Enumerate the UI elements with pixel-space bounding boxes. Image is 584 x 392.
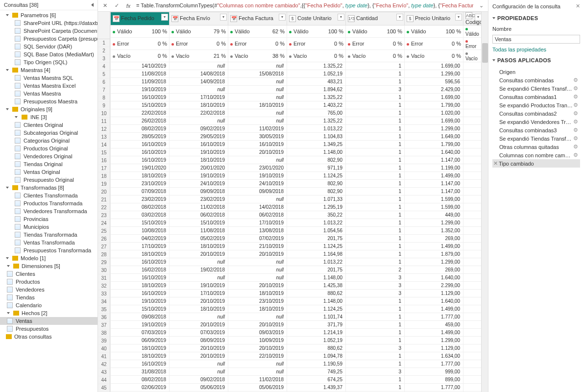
cell[interactable]: 596,56: [405, 78, 463, 86]
cell[interactable]: 1.403,22: [287, 101, 346, 109]
cell[interactable]: 18/10/2019: [111, 352, 170, 360]
row-number[interactable]: 44: [98, 376, 110, 384]
row-number[interactable]: 2: [98, 47, 110, 55]
cell[interactable]: 749,25: [287, 368, 346, 376]
row-number[interactable]: 42: [98, 361, 110, 368]
cell[interactable]: 971,19: [287, 164, 346, 172]
cell[interactable]: 16/10/2019: [170, 141, 228, 148]
query-name-input[interactable]: [492, 35, 580, 44]
cell[interactable]: 28/05/2019: [111, 133, 170, 141]
cell[interactable]: 1.148,00: [287, 297, 346, 305]
tree-group[interactable]: Dimensiones [5]: [0, 262, 97, 270]
cell[interactable]: 1: [346, 156, 405, 164]
cell[interactable]: 1.325,22: [287, 62, 346, 70]
row-number[interactable]: 38: [98, 329, 110, 337]
cell[interactable]: 18/10/2019: [111, 282, 170, 290]
cell[interactable]: 1: [346, 78, 405, 86]
row-number[interactable]: 39: [98, 337, 110, 345]
cell[interactable]: 19/10/2019: [170, 148, 228, 156]
table-row[interactable]: 04/02/201905/02/201907/02/2019201,751269…: [111, 235, 482, 243]
vertical-scrollbar[interactable]: [481, 12, 488, 392]
row-number[interactable]: 7: [98, 86, 110, 94]
tree-item[interactable]: Presupuestos: [0, 325, 97, 333]
cell[interactable]: 1: [346, 250, 405, 258]
tree-item[interactable]: Municipios: [0, 223, 97, 231]
cell[interactable]: 16/10/2019: [111, 148, 170, 156]
cell[interactable]: 19/10/2019: [111, 86, 170, 94]
tree-group[interactable]: Originales [9]: [0, 105, 97, 113]
cell[interactable]: 29/05/2019: [170, 133, 228, 141]
row-number[interactable]: 31: [98, 274, 110, 282]
cell[interactable]: 22/02/2018: [170, 109, 228, 117]
applied-step[interactable]: Otras columnas quitadas⚙: [492, 143, 580, 151]
cell[interactable]: 18/10/2019: [228, 305, 287, 313]
cell[interactable]: 23/10/2019: [228, 297, 287, 305]
tree-item[interactable]: Ventas: [0, 317, 97, 325]
cell[interactable]: 1: [346, 360, 405, 368]
applied-step[interactable]: Consultas combinadas3⚙: [492, 126, 580, 134]
cell[interactable]: 1.649,00: [405, 133, 463, 141]
tree-item[interactable]: Tiendas Original: [0, 160, 97, 168]
cell[interactable]: 23/02/2019: [111, 196, 170, 203]
cell[interactable]: 3: [346, 290, 405, 297]
cell[interactable]: 1.013,22: [287, 219, 346, 227]
cell[interactable]: 880,62: [287, 290, 346, 297]
cell[interactable]: 1.699,00: [405, 94, 463, 101]
cell[interactable]: null: [228, 109, 287, 117]
filter-dropdown-icon[interactable]: ▾: [396, 14, 403, 21]
cell[interactable]: 20/10/2019: [228, 321, 287, 329]
cell[interactable]: null: [228, 360, 287, 368]
cell[interactable]: 1.299,00: [405, 258, 463, 266]
cell[interactable]: 1: [346, 94, 405, 101]
cell[interactable]: 1.879,00: [405, 250, 463, 258]
cell[interactable]: 07/02/2019: [228, 235, 287, 243]
cell[interactable]: 18/10/2019: [111, 250, 170, 258]
cell[interactable]: 459,00: [405, 321, 463, 329]
cell[interactable]: 1.129,00: [405, 344, 463, 352]
cell[interactable]: 3: [346, 274, 405, 282]
cell[interactable]: 30/05/2019: [228, 133, 287, 141]
tree-group[interactable]: Otras consultas: [0, 333, 97, 341]
tree-item[interactable]: Clientes: [0, 270, 97, 278]
cell[interactable]: 21/10/2019: [228, 243, 287, 250]
cell[interactable]: 899,00: [405, 376, 463, 384]
cell[interactable]: 3: [346, 368, 405, 376]
cell[interactable]: 10/08/2018: [111, 227, 170, 235]
cell[interactable]: null: [170, 62, 228, 70]
cell[interactable]: 1.124,25: [287, 243, 346, 250]
applied-step[interactable]: Se expandió Clientes Transfor...⚙: [492, 84, 580, 93]
cell[interactable]: null: [228, 258, 287, 266]
cell[interactable]: null: [228, 156, 287, 164]
cell[interactable]: 802,90: [287, 188, 346, 196]
cell[interactable]: 880,62: [287, 344, 346, 352]
cell[interactable]: 08/09/2019: [170, 337, 228, 344]
cell[interactable]: 2.299,00: [405, 282, 463, 290]
cell[interactable]: 1.699,00: [405, 117, 463, 125]
column-header[interactable]: $Precio Unitario▾: [405, 12, 463, 25]
row-number[interactable]: 37: [98, 321, 110, 329]
cell[interactable]: 18/10/2019: [170, 101, 228, 109]
cell[interactable]: 15/10/2019: [170, 219, 228, 227]
cell[interactable]: 1.052,19: [287, 337, 346, 344]
cell[interactable]: 1.352,00: [405, 227, 463, 235]
row-number[interactable]: 45: [98, 384, 110, 392]
tree-group[interactable]: Transformadas [8]: [0, 184, 97, 192]
row-number[interactable]: 6: [98, 78, 110, 86]
cell[interactable]: 08/02/2018: [111, 376, 170, 384]
cell[interactable]: 3: [346, 282, 405, 290]
gear-icon[interactable]: ⚙: [573, 77, 578, 83]
cell[interactable]: 1.101,74: [287, 313, 346, 321]
cell[interactable]: 1.777,00: [405, 384, 463, 392]
cell[interactable]: 765,00: [287, 109, 346, 117]
row-number[interactable]: 16: [98, 157, 110, 165]
row-number[interactable]: 15: [98, 149, 110, 157]
cell[interactable]: 674,25: [287, 376, 346, 384]
cell[interactable]: 1.640,00: [405, 274, 463, 282]
cell[interactable]: 20/10/2019: [228, 344, 287, 352]
cell[interactable]: null: [228, 78, 287, 86]
cell[interactable]: 16/10/2019: [111, 290, 170, 297]
cell[interactable]: 1: [346, 219, 405, 227]
table-row[interactable]: 18/10/201920/10/201920/10/2019880,6231.1…: [111, 344, 482, 352]
table-row[interactable]: 16/10/2019nullnull1.013,2211.299,00: [111, 258, 482, 266]
cell[interactable]: 1.299,00: [405, 219, 463, 227]
